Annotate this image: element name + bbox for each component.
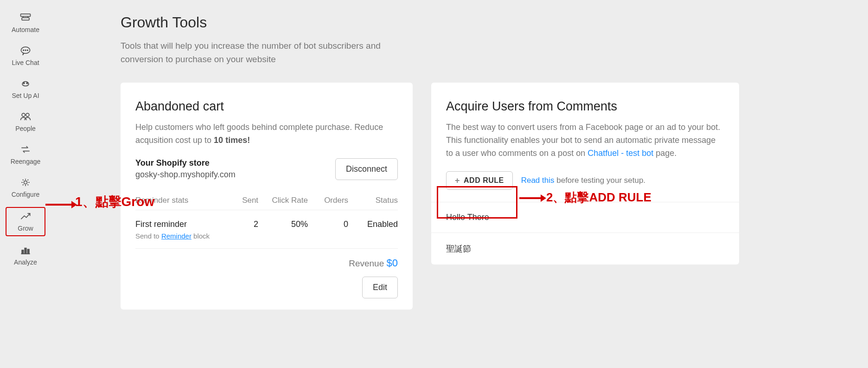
col-status: Status [352,196,398,205]
revenue-amount: $0 [387,257,398,269]
sidebar-item-label: Set Up AI [12,92,39,99]
reminder-stats-header: Reminder stats Sent Click Rate Orders St… [135,193,398,210]
svg-rect-1 [22,18,29,20]
automate-icon [19,12,32,25]
svg-rect-14 [22,250,24,254]
svg-rect-0 [21,14,31,16]
acquire-title: Acquire Users from Comments [446,99,724,114]
shopify-store-url: gosky-shop.myshopify.com [135,170,236,180]
grow-icon [19,211,32,223]
send-to-line: Send to Reminder block [135,232,398,249]
edit-button[interactable]: Edit [362,277,398,298]
svg-rect-16 [27,249,29,254]
analyze-icon [19,245,32,257]
cell-status: Enabled [352,220,398,229]
people-icon [19,111,32,123]
rule-item[interactable]: 聖誕節 [431,232,739,265]
svg-point-6 [25,50,26,51]
svg-point-5 [23,50,24,51]
add-rule-button[interactable]: + ADD RULE [446,171,513,190]
abandoned-cart-card: Abandoned cart Help customers who left g… [121,83,413,310]
sidebar-item-label: Live Chat [12,59,39,66]
sidebar-item-label: Configure [12,191,40,198]
sidebar-item-label: People [15,125,36,132]
sidebar-item-setupai[interactable]: Set Up AI [6,75,45,103]
gear-icon [19,177,32,189]
sidebar-item-label: Grow [18,225,33,232]
col-orders: Orders [312,196,348,205]
main-content: Growth Tools Tools that will help you in… [51,0,868,368]
abandoned-cart-desc: Help customers who left goods behind com… [135,121,398,147]
svg-point-9 [26,83,28,84]
col-sent: Sent [226,196,258,205]
sidebar-item-analyze[interactable]: Analyze [6,242,45,269]
reengage-icon [19,144,32,156]
chatfuel-page-link[interactable]: Chatfuel - test bot [587,148,653,158]
sidebar-item-livechat[interactable]: Live Chat [6,42,45,70]
sidebar-item-grow[interactable]: Grow [6,207,45,236]
read-this-link[interactable]: Read this [521,176,555,185]
read-this-line: Read this before testing your setup. [521,176,645,185]
cell-click: 50% [262,220,308,229]
revenue-row: Revenue $0 [135,249,398,272]
page-title: Growth Tools [121,14,854,31]
plus-icon: + [455,176,460,185]
sidebar-item-label: Analyze [14,259,37,265]
shopify-store-label: Your Shopify store [135,158,236,168]
cell-orders: 0 [312,220,348,229]
sidebar-item-configure[interactable]: Configure [6,174,45,201]
abandoned-cart-title: Abandoned cart [135,99,398,114]
chat-icon [19,45,32,58]
svg-point-7 [27,50,28,51]
svg-point-8 [23,83,25,84]
svg-point-10 [22,113,25,116]
sidebar-item-people[interactable]: People [6,108,45,136]
page-subtitle: Tools that will help you increase the nu… [121,39,408,66]
shopify-store-info: Your Shopify store gosky-shop.myshopify.… [135,158,236,180]
sidebar-item-label: Automate [12,26,39,33]
svg-rect-15 [25,248,26,254]
col-click: Click Rate [262,196,308,205]
col-name: Reminder stats [135,196,223,205]
reminder-stats-row: First reminder 2 50% 0 Enabled [135,210,398,232]
cell-sent: 2 [226,220,258,229]
ai-icon [19,78,32,90]
rule-item[interactable]: Hello There [431,202,739,232]
svg-point-11 [26,113,29,116]
acquire-desc: The best way to convert users from a Fac… [446,121,724,160]
sidebar-item-label: Reengage [11,158,41,165]
sidebar-item-automate[interactable]: Automate [6,9,45,37]
sidebar-item-reengage[interactable]: Reengage [6,141,45,168]
sidebar: Automate Live Chat Set Up AI [0,0,51,368]
cell-name: First reminder [135,220,223,229]
acquire-users-card: Acquire Users from Comments The best way… [431,83,739,265]
disconnect-button[interactable]: Disconnect [335,158,398,180]
reminder-block-link[interactable]: Reminder [161,232,191,240]
svg-point-12 [24,181,27,184]
